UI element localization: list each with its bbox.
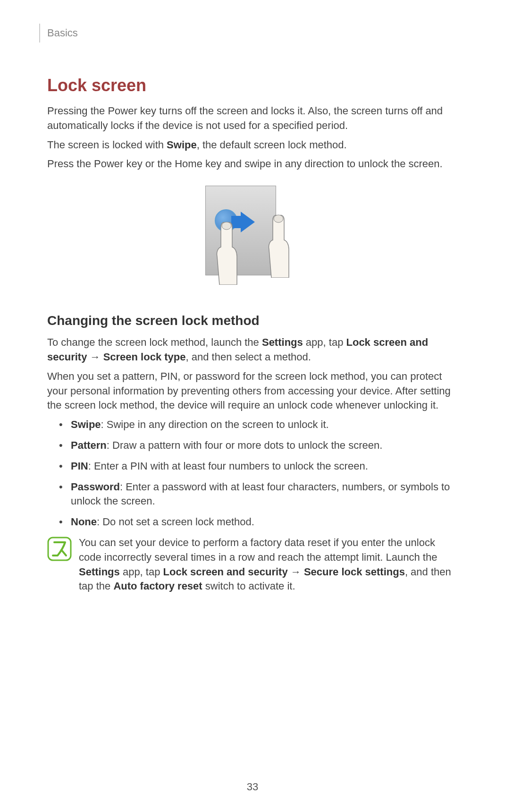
list-item: PIN: Enter a PIN with at least four numb…: [57, 459, 458, 474]
list-item-bold: Pattern: [71, 439, 107, 451]
s2p1-b3: Screen lock type: [103, 351, 186, 363]
list-item: None: Do not set a screen lock method.: [57, 515, 458, 530]
s2p1-t3: →: [87, 351, 103, 363]
svg-point-0: [222, 222, 231, 230]
finger-icon-left: [212, 219, 241, 285]
section-header: Basics: [39, 24, 458, 43]
note-t1: You can set your device to perform a fac…: [79, 537, 437, 563]
swipe-illustration: [198, 186, 307, 294]
list-item-bold: PIN: [71, 460, 88, 472]
list-item-text: : Swipe in any direction on the screen t…: [101, 419, 329, 430]
intro-para-2-bold: Swipe: [167, 139, 197, 151]
section-heading: Changing the screen lock method: [47, 313, 458, 328]
list-item: Swipe: Swipe in any direction on the scr…: [57, 418, 458, 432]
note-b2: Lock screen and security: [163, 566, 288, 578]
list-item-bold: None: [71, 516, 97, 528]
s2p1-t2: app, tap: [303, 336, 346, 348]
note-t2: app, tap: [120, 566, 163, 578]
list-item: Pattern: Draw a pattern with four or mor…: [57, 438, 458, 453]
intro-para-3: Press the Power key or the Home key and …: [47, 157, 458, 171]
list-item-bold: Swipe: [71, 419, 101, 430]
intro-para-2-before: The screen is locked with: [47, 139, 167, 151]
note-t5: switch to activate it.: [202, 580, 295, 592]
section2-para-1: To change the screen lock method, launch…: [47, 335, 458, 365]
intro-para-2-after: , the default screen lock method.: [197, 139, 347, 151]
intro-para-1: Pressing the Power key turns off the scr…: [47, 104, 458, 133]
list-item-text: : Do not set a screen lock method.: [97, 516, 254, 528]
list-item-text: : Enter a PIN with at least four numbers…: [88, 460, 368, 472]
note-b3: Secure lock settings: [304, 566, 405, 578]
note-text: You can set your device to perform a fac…: [79, 536, 458, 594]
note-b1: Settings: [79, 566, 120, 578]
svg-rect-2: [48, 538, 71, 560]
section-header-text: Basics: [47, 27, 78, 39]
section2-para-2: When you set a pattern, PIN, or password…: [47, 369, 458, 413]
note-b4: Auto factory reset: [113, 580, 202, 592]
note-icon: [47, 537, 72, 561]
s2p1-t4: , and then select a method.: [186, 351, 311, 363]
s2p1-t1: To change the screen lock method, launch…: [47, 336, 262, 348]
swipe-arrow-head: [241, 212, 255, 232]
list-item-bold: Password: [71, 481, 120, 493]
swipe-illustration-container: [47, 186, 458, 294]
note-t3: →: [288, 566, 304, 578]
page-number: 33: [247, 781, 258, 793]
page-title: Lock screen: [47, 76, 458, 95]
lock-methods-list: Swipe: Swipe in any direction on the scr…: [47, 418, 458, 530]
list-item-text: : Enter a password with at least four ch…: [71, 481, 450, 507]
note-block: You can set your device to perform a fac…: [47, 536, 458, 594]
s2p1-b1: Settings: [262, 336, 303, 348]
intro-para-2: The screen is locked with Swipe, the def…: [47, 138, 458, 153]
svg-point-1: [274, 215, 283, 222]
list-item: Password: Enter a password with at least…: [57, 480, 458, 509]
finger-icon-right: [264, 212, 293, 278]
list-item-text: : Draw a pattern with four or more dots …: [107, 439, 383, 451]
